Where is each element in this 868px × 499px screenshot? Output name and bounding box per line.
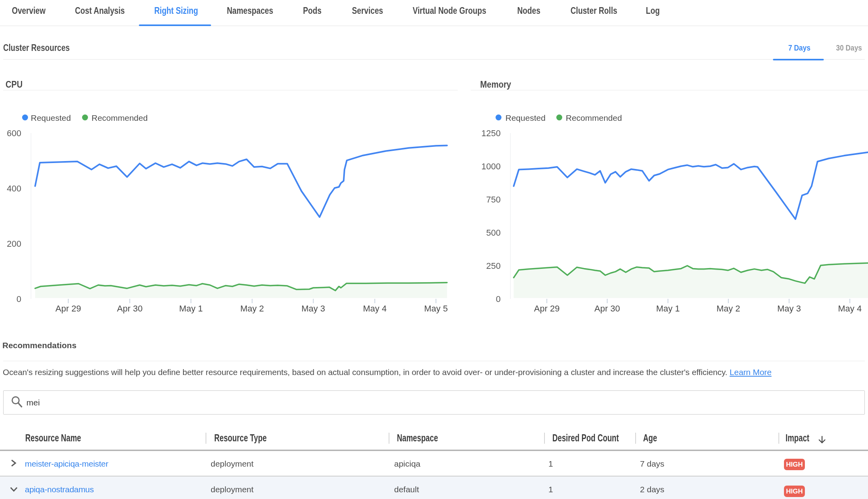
svg-text:May 4: May 4 [363, 304, 387, 313]
svg-text:250: 250 [486, 261, 501, 271]
svg-text:1000: 1000 [481, 161, 501, 171]
svg-text:May 4: May 4 [838, 304, 862, 313]
svg-text:May 2: May 2 [240, 304, 264, 313]
svg-text:Apr 29: Apr 29 [534, 304, 560, 313]
svg-text:500: 500 [486, 228, 501, 238]
svg-text:0: 0 [496, 294, 501, 304]
svg-text:600: 600 [7, 128, 21, 138]
svg-text:750: 750 [486, 195, 501, 204]
svg-text:400: 400 [7, 184, 21, 193]
svg-text:Apr 29: Apr 29 [56, 304, 81, 313]
svg-text:0: 0 [17, 294, 21, 304]
svg-text:May 3: May 3 [777, 304, 801, 313]
svg-text:Apr 30: Apr 30 [117, 304, 143, 313]
svg-text:1250: 1250 [481, 128, 501, 138]
svg-text:May 5: May 5 [424, 304, 448, 313]
svg-text:May 1: May 1 [656, 304, 680, 313]
svg-text:May 1: May 1 [179, 304, 203, 313]
svg-text:May 2: May 2 [716, 304, 740, 313]
svg-text:May 3: May 3 [301, 304, 325, 313]
svg-text:Apr 30: Apr 30 [595, 304, 620, 313]
svg-text:200: 200 [7, 239, 21, 249]
